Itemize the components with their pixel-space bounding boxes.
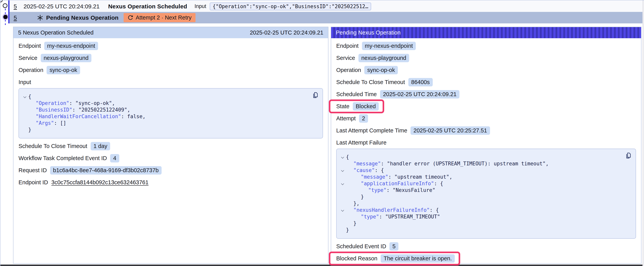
json-code-line: "message": "handler error (UPSTREAM_TIME…	[339, 160, 631, 167]
field-label: Attempt	[336, 115, 356, 122]
field-label: Scheduled Event ID	[336, 243, 386, 250]
json-key: "Operation"	[36, 100, 69, 107]
event-id-link[interactable]: 5	[14, 15, 17, 21]
json-punctuation: {	[28, 93, 32, 100]
copy-button[interactable]	[625, 152, 631, 160]
field-label: State	[336, 103, 350, 110]
json-code-line: "Operation": "sync-op-ok",	[21, 100, 318, 107]
json-code-line: "BusinessID": "20250225122409",	[21, 107, 318, 113]
event-timestamp: 2025-02-25 UTC 20:24:09.21	[24, 3, 100, 10]
detail-field-row: Schedule To Close Timeout1 day	[18, 142, 323, 151]
pending-panel-header: Pending Nexus Operation	[331, 27, 641, 38]
field-value-chip: sync-op-ok	[46, 66, 80, 74]
json-value: "sync-op-ok"	[76, 100, 112, 107]
json-punctuation: ,	[112, 100, 115, 107]
json-punctuation: :	[388, 174, 394, 180]
json-punctuation: }	[354, 220, 356, 227]
field-value-chip: 2	[359, 114, 368, 123]
field-label: Endpoint ID	[18, 179, 48, 186]
input-label: Input	[194, 3, 206, 9]
scheduled-panel-header: 5 Nexus Operation Scheduled 2025-02-25 U…	[14, 27, 328, 38]
collapse-chevron-icon[interactable]	[339, 182, 346, 185]
event-id-link[interactable]: 5	[14, 3, 17, 10]
json-key: "Args"	[36, 120, 54, 126]
scheduled-event-panel: 5 Nexus Operation Scheduled 2025-02-25 U…	[13, 27, 328, 264]
field-label: Scheduled Time	[336, 91, 377, 98]
json-punctuation: ,	[127, 107, 130, 113]
json-code-line: {	[339, 154, 631, 160]
json-punctuation: ,	[449, 174, 452, 180]
field-value-chip: 2025-02-25 UTC 20:25:27.51	[410, 126, 490, 135]
retry-badge-label: Attempt 2 · Next Retry	[136, 15, 192, 21]
json-key: "message"	[354, 160, 381, 167]
collapse-chevron-icon[interactable]	[339, 209, 346, 211]
viewport-bottom-divider	[0, 265, 642, 266]
field-label: Schedule To Close Timeout	[18, 143, 87, 149]
detail-field-row: Operationsync-op-ok	[336, 66, 636, 75]
field-value-chip: Blocked	[353, 102, 379, 111]
field-value-chip: 5	[390, 242, 398, 250]
field-label: Operation	[18, 67, 43, 73]
scrollbar-track[interactable]	[642, 1, 644, 266]
field-value-chip: 2025-02-25 UTC 20:24:09.21	[380, 90, 460, 99]
json-code-line: }	[21, 126, 318, 133]
json-key: "cause"	[354, 167, 375, 174]
detail-field-row: Operationsync-op-ok	[18, 66, 323, 75]
json-punctuation: },	[354, 200, 360, 207]
copy-button[interactable]	[312, 92, 318, 99]
json-key: "message"	[361, 174, 388, 180]
json-value: false	[127, 113, 142, 120]
previous-event-marker-icon	[0, 0, 3, 2]
json-code-line: "applicationFailureInfo": {	[339, 180, 631, 187]
history-row-scheduled[interactable]: 5 2025-02-25 UTC 20:24:09.21 Nexus Opera…	[10, 1, 642, 12]
json-value: []	[60, 120, 66, 126]
json-code-line: {	[21, 93, 318, 100]
json-key: "applicationFailureInfo"	[361, 180, 434, 187]
detail-field-row: Servicenexus-playground	[18, 54, 323, 62]
failure-section-label: Last Attempt Failure	[336, 138, 636, 147]
detail-field-row: Request IDb1c6a4bc-8ee7-468a-9169-df3b02…	[18, 166, 323, 175]
detail-field-row: Blocked ReasonThe circuit breaker is ope…	[336, 254, 636, 263]
json-code-line: }	[339, 220, 631, 227]
field-label: Service	[18, 55, 38, 61]
event-open-circle-icon	[3, 3, 8, 8]
field-label: Schedule To Close Timeout	[336, 79, 405, 85]
json-code-line: "message": "upstream timeout",	[339, 174, 631, 180]
json-punctuation: ,	[142, 113, 146, 120]
detail-field-row: Endpointmy-nexus-endpoint	[18, 42, 323, 50]
json-punctuation: : {	[434, 180, 443, 187]
field-value-link[interactable]: 3c0c75ccfa8144b092c13ce632463761	[52, 179, 148, 186]
detail-field-row: Scheduled Event ID5	[336, 242, 636, 251]
json-code-line: },	[339, 200, 631, 207]
json-punctuation: }	[28, 126, 32, 133]
input-preview-chip[interactable]: {"Operation":"sync-op-ok","BusinessID":"…	[210, 3, 371, 10]
annotation-highlight-box: StateBlocked	[329, 99, 384, 113]
json-code-line: "cause": {	[339, 167, 631, 174]
json-punctuation: :	[72, 107, 78, 113]
panel-title: 5 Nexus Operation Scheduled	[18, 30, 94, 36]
collapse-chevron-icon[interactable]	[339, 169, 346, 171]
field-value-chip: my-nexus-endpoint	[44, 42, 98, 50]
json-punctuation: :	[381, 160, 387, 167]
field-label: Workflow Task Completed Event ID	[18, 155, 107, 161]
retry-icon	[128, 15, 133, 21]
json-value: "upstream timeout"	[394, 174, 449, 180]
field-value-chip: 1 day	[91, 142, 110, 150]
json-code-line: "Args": []	[21, 120, 318, 126]
collapse-chevron-icon[interactable]	[339, 156, 346, 158]
json-punctuation: :	[379, 213, 385, 220]
event-current-dot-icon	[3, 15, 8, 19]
json-value: "UPSTREAM_TIMEOUT"	[385, 213, 440, 220]
json-code-line: "type": "NexusFailure"	[339, 187, 631, 193]
collapse-chevron-icon[interactable]	[21, 96, 28, 98]
field-label: Endpoint	[336, 43, 359, 49]
json-punctuation: :	[121, 113, 127, 120]
field-value-chip: nexus-playground	[358, 54, 409, 62]
field-label: Endpoint	[18, 43, 41, 49]
history-row-pending[interactable]: 5 Pending Nexus Operation Attempt 2 · Ne…	[10, 12, 642, 24]
panel-title: Pending Nexus Operation	[336, 30, 400, 36]
json-key: "nexusHandlerFailureInfo"	[354, 207, 430, 213]
json-key: "type"	[361, 213, 379, 220]
json-punctuation: ,	[546, 160, 549, 167]
field-value-chip: my-nexus-endpoint	[362, 42, 416, 50]
